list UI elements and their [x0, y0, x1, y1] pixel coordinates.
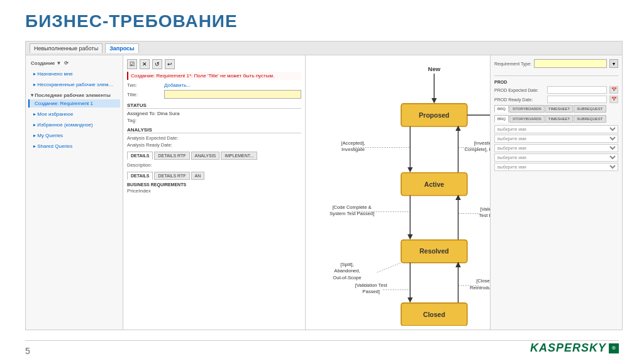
kaspersky-logo: KASPERSKY ® [530, 342, 619, 355]
svg-text:Proposed: Proposed [419, 111, 449, 119]
prod-expected-label: PROD Expected Date: [494, 88, 545, 92]
prod-ready-field: PROD Ready Date: 📅 [494, 96, 618, 103]
type-label: Тип: [127, 82, 162, 88]
tab-subrequest1[interactable]: SUBREQUEST [574, 105, 606, 113]
sidebar-recent-header[interactable]: ▾ Последние рабочие элементы [28, 91, 120, 99]
save-btn[interactable]: ☑ [127, 59, 137, 69]
select-row-4: выберите имя [494, 153, 618, 162]
kaspersky-badge: ® [609, 343, 619, 353]
type-value[interactable]: Добавить... [164, 82, 191, 88]
prod-ready-calendar[interactable]: 📅 [609, 96, 618, 103]
workflow-diagram: New Proposed [Accepted], Investigate [In… [306, 55, 490, 330]
prod-expected-field: PROD Expected Date: 📅 [494, 86, 618, 94]
svg-text:Passed]: Passed] [362, 289, 380, 294]
select-row-1: выберите имя [494, 125, 618, 133]
sidebar-section-myfav: ▸ Мое избранное [28, 110, 120, 118]
title-field: Title: [127, 90, 301, 99]
sidebar-section-teamfav: ▸ Избранное (командное) [28, 121, 120, 129]
prod-expected-input[interactable] [547, 86, 607, 94]
sidebar-item-sharedqueries[interactable]: ▸ Shared Queries [28, 142, 120, 150]
tab-implement[interactable]: IMPLEMENT... [221, 152, 257, 160]
bottom-divider [25, 340, 619, 341]
biz-req-section: BUSINESS REQUIREMENTS [127, 182, 301, 187]
svg-text:Abandoned,: Abandoned, [334, 268, 360, 274]
right-panel: Requirement Type: ▼ PROD PROD Expected D… [490, 55, 622, 330]
tab-details2[interactable]: DETAILS [127, 172, 153, 180]
tab-analysis[interactable]: ANALYSIS [191, 152, 220, 160]
sidebar-section-unsaved: ▸ Несохраненные рабочие элемент... [28, 81, 120, 89]
main-content: ☑ ✕ ↺ ↩ Создание: Requirement 1*: Поле '… [123, 55, 622, 330]
tab-brq1[interactable]: BRQ [494, 105, 509, 113]
prod-section: PROD [494, 80, 618, 84]
cancel-btn[interactable]: ✕ [140, 59, 150, 69]
price-index: PriceIndex [127, 188, 301, 194]
error-message: Создание: Requirement 1*: Поле 'Title' н… [127, 72, 301, 80]
tab-details[interactable]: DETAILS [127, 152, 153, 160]
nav-tab-requests[interactable]: Запросы [105, 43, 139, 53]
nav-tab-backlog[interactable]: Невыполненные работы [30, 43, 103, 53]
tab-timesheet2[interactable]: TIMESHEET [545, 115, 573, 123]
status-section: STATUS [127, 103, 301, 109]
title-label: Title: [127, 92, 162, 97]
right-tab-row2: BRQ STORYBOARDS TIMESHEET SUBREQUEST [494, 115, 618, 123]
sidebar-item-teamfav[interactable]: ▸ Избранное (командное) [28, 121, 120, 129]
analysis-ready: Analysis Ready Date: [127, 142, 301, 148]
form-toolbar: ☑ ✕ ↺ ↩ [127, 59, 301, 69]
sidebar-section-create: Создание ▼ ⟳ [28, 59, 120, 67]
sidebar-create-header[interactable]: Создание ▼ ⟳ [28, 59, 120, 67]
req-type-label: Requirement Type: [494, 62, 531, 66]
sidebar-item-unsaved[interactable]: ▸ Несохраненные рабочие элемент... [28, 81, 120, 89]
tab-brq2[interactable]: BRQ [494, 115, 509, 123]
tab-timesheet1[interactable]: TIMESHEET [545, 105, 573, 113]
req-type-dropdown[interactable]: ▼ [609, 59, 618, 68]
sidebar-item-myfav[interactable]: ▸ Мое избранное [28, 110, 120, 118]
select-name-2[interactable]: выберите имя [494, 135, 618, 143]
spacer1 [494, 70, 618, 75]
svg-text:New: New [428, 65, 441, 72]
svg-text:Out-of-Scope: Out-of-Scope [333, 275, 361, 280]
svg-text:Test Failed]: Test Failed] [479, 213, 491, 218]
analysis-section: ANALYSIS [127, 127, 301, 133]
svg-text:[Code Complete &: [Code Complete & [332, 204, 371, 210]
assigned-to: Assigned To: Dina Sura [127, 111, 301, 116]
svg-text:[Investigation: [Investigation [474, 140, 490, 146]
select-name-4[interactable]: выберите имя [494, 153, 618, 162]
tab-an[interactable]: AN [191, 172, 205, 180]
select-name-5[interactable]: выберите имя [494, 163, 618, 171]
detail-tab-row: DETAILS DETAILS RTF ANALYSIS IMPLEMENT..… [127, 152, 301, 160]
tag-field: Tag: [127, 118, 301, 123]
type-field: Тип: Добавить... [127, 82, 301, 88]
sidebar-section-assigned: ▸ Назначено мне [28, 70, 120, 78]
analysis-expected: Analysis Expected Date: [127, 135, 301, 141]
svg-text:[Split],: [Split], [340, 262, 353, 267]
sidebar-item-assigned[interactable]: ▸ Назначено мне [28, 70, 120, 78]
sidebar-item-myqueries[interactable]: ▸ My Queries [28, 131, 120, 140]
tab-details-rtf[interactable]: DETAILS RTF [154, 152, 189, 160]
prod-ready-input[interactable] [547, 96, 607, 103]
tab-storyboards2[interactable]: STORYBOARDS [509, 115, 545, 123]
tab-subrequest2[interactable]: SUBREQUEST [574, 115, 606, 123]
prod-expected-calendar[interactable]: 📅 [609, 86, 618, 94]
sidebar-section-myqueries: ▸ My Queries [28, 131, 120, 140]
svg-text:[Accepted],: [Accepted], [341, 140, 365, 146]
workflow-svg: New Proposed [Accepted], Investigate [In… [312, 62, 490, 326]
tab-storyboards1[interactable]: STORYBOARDS [509, 105, 545, 113]
select-row-3: выберите имя [494, 144, 618, 152]
sidebar-item-req1[interactable]: Создание: Requirement 1 [28, 99, 120, 108]
sidebar-section-sharedqueries: ▸ Shared Queries [28, 142, 120, 150]
select-name-1[interactable]: выберите имя [494, 125, 618, 133]
kaspersky-text: KASPERSKY [530, 342, 606, 355]
undo-btn[interactable]: ↩ [165, 59, 175, 69]
req-type-input[interactable] [534, 59, 607, 68]
svg-text:Resolved: Resolved [419, 247, 449, 255]
title-input[interactable] [164, 90, 301, 99]
refresh-btn[interactable]: ↺ [152, 59, 162, 69]
svg-text:[Validation Test: [Validation Test [355, 282, 388, 288]
description-label: Description: [127, 162, 301, 168]
select-name-3[interactable]: выберите имя [494, 144, 618, 152]
page-number: 5 [25, 346, 30, 356]
right-tab-row1: BRQ STORYBOARDS TIMESHEET SUBREQUEST [494, 105, 618, 113]
svg-text:[Validation: [Validation [480, 206, 490, 212]
tab-details-rtf2[interactable]: DETAILS RTF [154, 172, 189, 180]
detail-tab-row2: DETAILS DETAILS RTF AN [127, 172, 301, 180]
